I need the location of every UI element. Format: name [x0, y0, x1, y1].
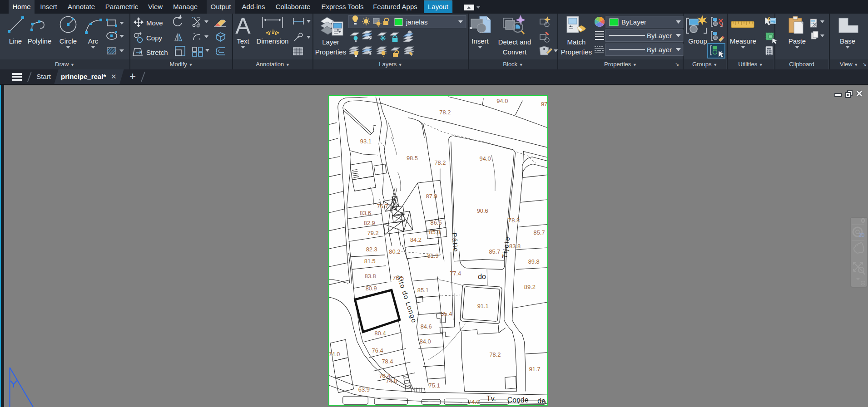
svg-text:2D: 2D	[859, 233, 865, 238]
svg-text:80.4: 80.4	[375, 330, 386, 337]
svg-text:janelas: janelas	[406, 18, 428, 26]
svg-text:98.5: 98.5	[407, 155, 418, 162]
svg-text:76.4: 76.4	[372, 347, 383, 354]
svg-text:77.4: 77.4	[450, 270, 461, 277]
svg-text:78.2: 78.2	[489, 351, 501, 358]
svg-text:89.2: 89.2	[524, 284, 536, 290]
svg-text:Tv.: Tv.	[486, 395, 496, 402]
svg-text:63.9: 63.9	[358, 386, 370, 393]
svg-text:84.2: 84.2	[410, 236, 422, 243]
svg-text:do: do	[478, 273, 486, 280]
svg-text:86.5: 86.5	[431, 219, 442, 226]
svg-text:94.0: 94.0	[480, 155, 491, 162]
svg-text:ByLayer: ByLayer	[647, 32, 672, 39]
svg-text:85.4: 85.4	[441, 310, 452, 317]
svg-text:75.1: 75.1	[429, 382, 440, 389]
svg-text:80.2: 80.2	[389, 248, 400, 255]
svg-text:ByLayer: ByLayer	[621, 18, 646, 26]
svg-text:83.6: 83.6	[360, 210, 371, 216]
svg-text:76.5: 76.5	[392, 275, 404, 281]
svg-text:97: 97	[541, 101, 547, 108]
svg-text:76.7: 76.7	[377, 203, 388, 210]
svg-text:91.7: 91.7	[529, 366, 541, 373]
svg-text:78.8: 78.8	[508, 217, 520, 224]
svg-text:87.9: 87.9	[426, 193, 437, 200]
svg-text:85.7: 85.7	[534, 229, 545, 236]
svg-text:85.3: 85.3	[429, 229, 441, 235]
svg-text:80.9: 80.9	[366, 285, 377, 292]
svg-text:78.2: 78.2	[434, 159, 446, 166]
svg-text:81.9: 81.9	[427, 252, 439, 259]
svg-text:84.6: 84.6	[421, 323, 432, 330]
svg-text:74.0: 74.0	[329, 351, 340, 358]
svg-text:78.2: 78.2	[439, 109, 451, 116]
svg-text:79.2: 79.2	[367, 230, 379, 236]
svg-text:81.5: 81.5	[364, 258, 376, 265]
svg-text:A: A	[235, 14, 251, 39]
svg-text:84.0: 84.0	[420, 338, 431, 345]
svg-text:91.1: 91.1	[477, 303, 489, 309]
svg-text:ByLayer: ByLayer	[647, 46, 672, 54]
svg-text:82.3: 82.3	[366, 246, 377, 253]
svg-text:89.8: 89.8	[528, 258, 540, 265]
svg-text:82.9: 82.9	[364, 220, 375, 226]
svg-text:85.1: 85.1	[417, 287, 429, 294]
svg-text:Pátio: Pátio	[451, 232, 460, 253]
svg-text:83.8: 83.8	[509, 243, 521, 250]
svg-text:78.4: 78.4	[382, 358, 393, 365]
svg-text:93.1: 93.1	[360, 138, 372, 145]
svg-text:Conde: Conde	[507, 396, 529, 404]
svg-text:de: de	[537, 397, 546, 405]
svg-text:74.8: 74.8	[386, 378, 397, 384]
svg-text:90.6: 90.6	[477, 207, 488, 214]
svg-text:83.8: 83.8	[365, 273, 376, 280]
svg-text:94.0: 94.0	[496, 98, 508, 104]
svg-text:74.0: 74.0	[468, 398, 480, 405]
svg-text:85.7: 85.7	[489, 248, 500, 255]
